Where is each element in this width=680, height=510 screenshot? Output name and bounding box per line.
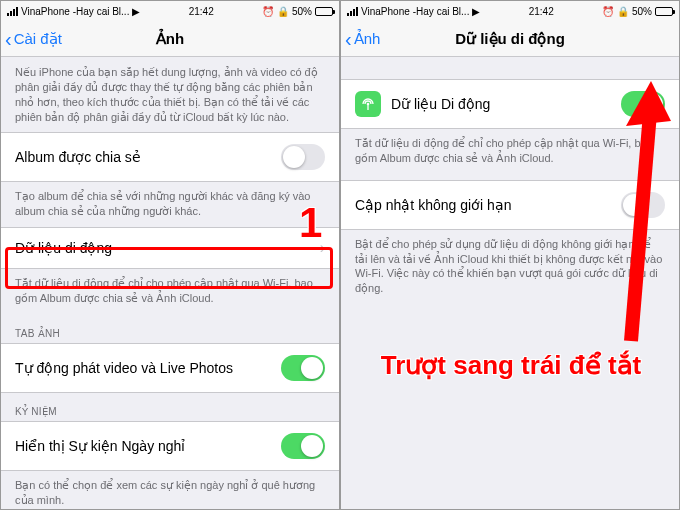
orientation-lock-icon: 🔒 [617, 6, 629, 17]
status-bar: VinaPhone -Hay cai Bl... ▶ 21:42 ⏰ 🔒 50% [341, 1, 679, 21]
toggle-cellular[interactable] [621, 91, 665, 117]
nowplaying-label: -Hay cai Bl... [73, 6, 130, 17]
row-label: Cập nhật không giới hạn [355, 197, 621, 213]
nav-bar: ‹ Cài đặt Ảnh [1, 21, 339, 57]
phone-left: VinaPhone -Hay cai Bl... ▶ 21:42 ⏰ 🔒 50%… [0, 0, 340, 510]
row-holiday-events[interactable]: Hiển thị Sự kiện Ngày nghỉ [1, 421, 339, 471]
nav-bar: ‹ Ảnh Dữ liệu di động [341, 21, 679, 57]
clock-label: 21:42 [189, 6, 214, 17]
chevron-left-icon: ‹ [345, 29, 352, 49]
nowplaying-label: -Hay cai Bl... [413, 6, 470, 17]
section-header-memories: KỶ NIỆM [1, 392, 339, 421]
cellular-desc: Tắt dữ liệu di động để chỉ cho phép cập … [1, 268, 339, 314]
row-autoplay[interactable]: Tự động phát video và Live Photos [1, 343, 339, 393]
back-label: Cài đặt [14, 30, 62, 48]
alarm-icon: ⏰ [602, 6, 614, 17]
annotation-instruction: Trượt sang trái để tắt [361, 351, 661, 381]
back-label: Ảnh [354, 30, 381, 48]
antenna-icon [355, 91, 381, 117]
battery-pct: 50% [632, 6, 652, 17]
page-title: Dữ liệu di động [455, 30, 565, 48]
back-button[interactable]: ‹ Ảnh [345, 21, 380, 56]
row-label: Album được chia sẻ [15, 149, 281, 165]
toggle-autoplay[interactable] [281, 355, 325, 381]
carrier-label: VinaPhone [21, 6, 70, 17]
battery-pct: 50% [292, 6, 312, 17]
chevron-left-icon: ‹ [5, 29, 12, 49]
toggle-shared-album[interactable] [281, 144, 325, 170]
battery-icon [315, 7, 333, 16]
phone-right: VinaPhone -Hay cai Bl... ▶ 21:42 ⏰ 🔒 50%… [340, 0, 680, 510]
row-shared-album[interactable]: Album được chia sẻ [1, 132, 339, 182]
toggle-unlimited[interactable] [621, 192, 665, 218]
row-cellular-data[interactable]: Dữ liệu Di động [341, 79, 679, 129]
carrier-label: VinaPhone [361, 6, 410, 17]
signal-icon [7, 7, 18, 16]
content[interactable]: Dữ liệu Di động Tắt dữ liệu di động để c… [341, 57, 679, 509]
row-label: Dữ liệu Di động [391, 96, 621, 112]
orientation-lock-icon: 🔒 [277, 6, 289, 17]
holiday-desc: Bạn có thể chọn để xem các sự kiện ngày … [1, 470, 339, 509]
row-cellular-data[interactable]: Dữ liệu di động › [1, 227, 339, 269]
page-title: Ảnh [156, 30, 184, 48]
signal-icon [347, 7, 358, 16]
cellular-desc: Tắt dữ liệu di động để chỉ cho phép cập … [341, 128, 679, 174]
row-label: Tự động phát video và Live Photos [15, 360, 281, 376]
section-header-tab: TAB ẢNH [1, 314, 339, 343]
row-label: Hiển thị Sự kiện Ngày nghỉ [15, 438, 281, 454]
status-bar: VinaPhone -Hay cai Bl... ▶ 21:42 ⏰ 🔒 50% [1, 1, 339, 21]
play-icon: ▶ [132, 6, 140, 17]
content[interactable]: Nếu iPhone của bạn sắp hết dung lượng, ả… [1, 57, 339, 509]
play-icon: ▶ [472, 6, 480, 17]
shared-desc: Tạo album để chia sẻ với những người khá… [1, 181, 339, 227]
unlimited-desc: Bật để cho phép sử dụng dữ liệu di động … [341, 229, 679, 304]
toggle-holiday[interactable] [281, 433, 325, 459]
back-button[interactable]: ‹ Cài đặt [5, 21, 62, 56]
row-unlimited-updates[interactable]: Cập nhật không giới hạn [341, 180, 679, 230]
row-label: Dữ liệu di động [15, 240, 320, 256]
alarm-icon: ⏰ [262, 6, 274, 17]
annotation-number-1: 1 [299, 199, 322, 247]
intro-text: Nếu iPhone của bạn sắp hết dung lượng, ả… [1, 57, 339, 132]
clock-label: 21:42 [529, 6, 554, 17]
battery-icon [655, 7, 673, 16]
